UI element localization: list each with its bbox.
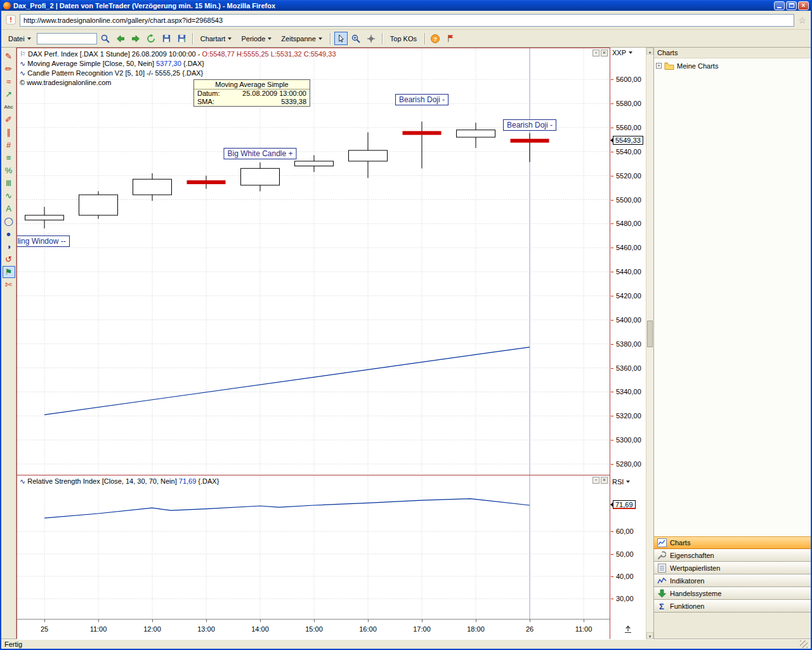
draw-line-icon[interactable]: ✏ <box>3 63 15 75</box>
main-area: ✎✏≈↗Abc✐∥#≡%Ⅲ∿A◯●◑↺⚑✄ Falling Window --B… <box>1 48 811 639</box>
save-template-icon[interactable] <box>175 32 188 45</box>
address-bar: ! ☆ <box>1 11 811 30</box>
scroll-to-end-button[interactable] <box>620 623 636 635</box>
parallel-lines-icon[interactable]: ∥ <box>3 126 15 138</box>
time-axis-label: 14:00 <box>251 625 269 633</box>
text-tool-icon[interactable]: Abc <box>3 101 15 113</box>
panel-tab-wertpapierlisten[interactable]: Wertpapierlisten <box>654 562 811 574</box>
refresh-icon[interactable] <box>145 32 158 45</box>
sigma-icon: Σ <box>657 602 667 611</box>
indicator-line-icon <box>657 577 667 585</box>
draw-pen-icon[interactable]: ✐ <box>3 114 15 126</box>
pane-close-icon[interactable]: × <box>601 50 608 56</box>
cut-tool-icon[interactable]: ✄ <box>3 279 15 291</box>
fibonacci-icon[interactable]: % <box>3 164 15 176</box>
window-title: Dax_Profi_2 | Daten von TeleTrader (Verz… <box>13 2 275 10</box>
candle-pattern-label: Big White Candle + <box>223 148 296 159</box>
pitchfork-tool-icon[interactable]: A <box>3 202 15 215</box>
tree-expander-icon[interactable]: + <box>656 63 662 69</box>
panel-tab-label: Handelssysteme <box>670 590 721 597</box>
price-axis-tick: 5340,00 <box>610 388 641 395</box>
trend-arrow-icon[interactable]: ↗ <box>3 88 15 100</box>
chevron-down-icon <box>268 37 272 40</box>
scroll-up-icon[interactable]: ▴ <box>646 48 653 55</box>
panel-tab-charts[interactable]: Charts <box>654 536 811 549</box>
panel-tab-handelssysteme[interactable]: Handelssysteme <box>654 587 811 600</box>
pane-close-icon[interactable]: × <box>601 477 608 484</box>
browser-window: Dax_Profi_2 | Daten von TeleTrader (Verz… <box>0 0 812 650</box>
arc-tool-icon[interactable]: ◑ <box>3 241 15 253</box>
save-icon[interactable] <box>160 32 173 45</box>
svg-text:!: ! <box>10 16 12 23</box>
horizontal-lines-icon[interactable]: ≡ <box>3 152 15 164</box>
rsi-chart[interactable] <box>17 475 610 619</box>
tree-item-meine-charts[interactable]: + Meine Charts <box>656 62 809 70</box>
panel-tab-label: Indikatoren <box>670 577 704 585</box>
indicator-tooltip: Moving Average Simple Datum:25.08.2009 1… <box>193 79 310 107</box>
rsi-value-badge: 71,69 <box>613 500 636 509</box>
zeitspanne-menu[interactable]: Zeitspanne <box>277 33 325 44</box>
vertical-lines-icon[interactable]: Ⅲ <box>3 177 15 189</box>
price-pane[interactable]: Falling Window --Big White Candle +Beari… <box>17 48 610 475</box>
top-kos-button[interactable]: Top KOs <box>386 33 421 44</box>
time-axis[interactable]: 2511:0012:0013:0014:0015:0016:0017:0018:… <box>17 620 610 639</box>
forward-icon[interactable] <box>129 32 143 45</box>
value-axis[interactable]: XXP 5549,33 RSI 71,69 5600,005580,005560… <box>610 48 646 639</box>
panel-tab-indikatoren[interactable]: Indikatoren <box>654 574 811 587</box>
rsi-legend: ∿ Relative Strength Index [Close, 14, 30… <box>20 477 219 486</box>
price-axis-tick: 5540,00 <box>610 148 641 156</box>
panel-tab-eigenschaften[interactable]: Eigenschaften <box>654 549 811 562</box>
pane-restore-icon[interactable]: ▫ <box>593 477 599 484</box>
periode-menu[interactable]: Periode <box>237 33 275 44</box>
app-toolbar: Datei Chartart Periode Zeitspanne Top KO… <box>1 30 811 48</box>
draw-pencil-icon[interactable]: ✎ <box>3 50 15 62</box>
ellipse-tool-icon[interactable]: ◯ <box>3 215 15 227</box>
bookmark-star-icon[interactable]: ☆ <box>798 15 806 25</box>
crosshair-tool-icon[interactable] <box>365 32 378 45</box>
axis-symbol-dropdown[interactable]: XXP <box>612 48 632 57</box>
scroll-down-icon[interactable]: ▾ <box>646 632 653 639</box>
price-axis-tick: 5300,00 <box>610 436 641 444</box>
candle-pattern-label: Bearish Doji - <box>395 94 449 105</box>
time-axis-label: 25 <box>41 625 48 633</box>
rsi-axis-dropdown[interactable]: RSI <box>612 477 630 486</box>
close-button[interactable]: × <box>798 1 809 10</box>
vertical-scrollbar[interactable]: ▴ ▾ <box>646 48 653 639</box>
statusbar: Fertig <box>1 639 811 649</box>
time-axis-label: 16:00 <box>359 625 377 633</box>
site-alert-icon[interactable]: ! <box>6 15 16 26</box>
circle-tool-icon[interactable]: ● <box>3 228 15 240</box>
grid-lines-icon[interactable]: # <box>3 139 15 151</box>
price-axis-tick: 5580,00 <box>610 100 641 107</box>
pane-restore-icon[interactable]: ▫ <box>593 50 599 56</box>
rsi-pane[interactable]: ∿ Relative Strength Index [Close, 14, 30… <box>17 475 610 620</box>
help-icon[interactable]: ? <box>429 32 442 45</box>
minimize-button[interactable] <box>774 1 785 10</box>
resize-grip-icon[interactable] <box>800 640 808 648</box>
maximize-button[interactable] <box>786 1 797 10</box>
candle-pattern-label: Falling Window -- <box>17 235 70 247</box>
panel-tab-funktionen[interactable]: Σ Funktionen <box>654 600 811 613</box>
chart-widget[interactable]: Falling Window --Big White Candle +Beari… <box>16 48 610 639</box>
symbol-search-input[interactable] <box>37 33 97 44</box>
back-icon[interactable] <box>114 32 128 45</box>
scrollbar-thumb[interactable] <box>647 321 653 347</box>
svg-text:?: ? <box>434 36 438 42</box>
time-axis-label: 17:00 <box>413 625 431 633</box>
chartart-menu[interactable]: Chartart <box>197 33 236 44</box>
zoom-tool-icon[interactable] <box>350 32 363 45</box>
wave-tool-icon[interactable]: ∿ <box>3 190 15 202</box>
folder-icon <box>664 62 674 70</box>
flag-icon[interactable] <box>444 32 457 45</box>
search-icon[interactable] <box>99 32 112 45</box>
price-axis-tick: 5520,00 <box>610 172 641 180</box>
flag-tool-icon[interactable]: ⚑ <box>3 266 15 278</box>
cursor-tool-icon[interactable] <box>334 32 348 45</box>
spiral-tool-icon[interactable]: ↺ <box>3 253 15 265</box>
tooltip-title: Moving Average Simple <box>194 80 310 90</box>
url-input[interactable] <box>20 14 794 27</box>
draw-curve-icon[interactable]: ≈ <box>3 76 15 88</box>
rsi-axis-tick: 30,00 <box>610 595 634 602</box>
panel-footer <box>654 613 811 639</box>
datei-menu[interactable]: Datei <box>4 33 35 44</box>
